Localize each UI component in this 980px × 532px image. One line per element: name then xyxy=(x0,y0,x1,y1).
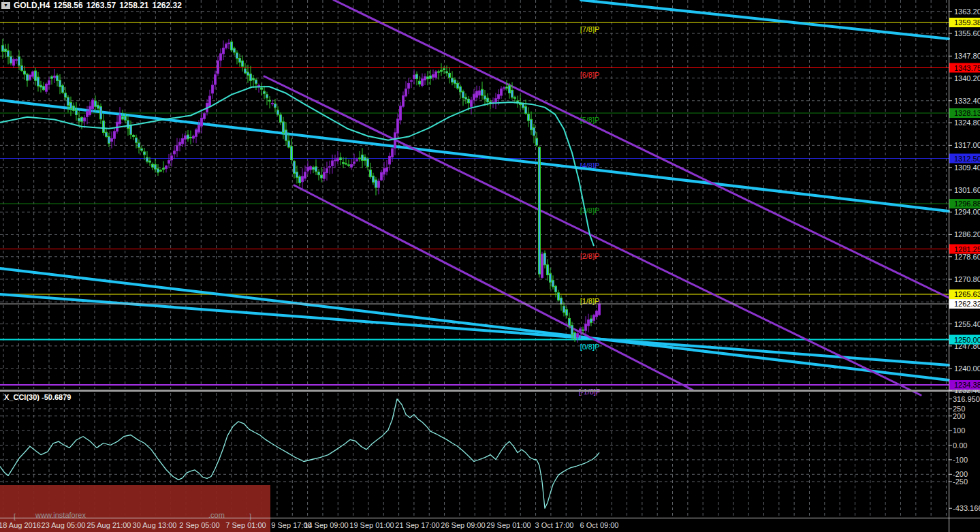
svg-text:18 Aug 2016: 18 Aug 2016 xyxy=(0,521,41,529)
svg-text:1309.40: 1309.40 xyxy=(954,163,980,172)
chart-canvas[interactable]: [7/8]P[6/8]P[5/8]P[4/8]P[3/8]P[2/8]P[1/8… xyxy=(0,0,980,532)
low-value: 1258.21 xyxy=(119,1,148,10)
svg-text:1332.40: 1332.40 xyxy=(954,97,980,105)
indicator-name-label: X_CCI(30) -50.6879 xyxy=(4,393,71,401)
svg-text:1278.60: 1278.60 xyxy=(954,253,980,261)
svg-text:14 Sep 09:00: 14 Sep 09:00 xyxy=(304,521,348,529)
svg-text:1343.75: 1343.75 xyxy=(954,64,980,72)
svg-text:1265.63: 1265.63 xyxy=(954,290,980,298)
svg-text:6 Oct 09:00: 6 Oct 09:00 xyxy=(580,521,619,529)
svg-text:[6/8]P: [6/8]P xyxy=(580,71,600,79)
dropdown-glyph: ▼ xyxy=(3,3,8,7)
svg-text:1234.38: 1234.38 xyxy=(954,381,980,389)
svg-text:26 Sep 09:00: 26 Sep 09:00 xyxy=(441,521,485,529)
svg-text:[2/8]P: [2/8]P xyxy=(580,252,600,260)
svg-text:0.00: 0.00 xyxy=(953,441,967,450)
svg-text:1250.00: 1250.00 xyxy=(954,336,980,344)
svg-text:200: 200 xyxy=(953,412,965,420)
svg-text:316.9504: 316.9504 xyxy=(953,395,980,403)
open-value: 1258.56 xyxy=(53,1,82,10)
svg-text:1324.80: 1324.80 xyxy=(954,119,980,127)
svg-text:1359.38: 1359.38 xyxy=(954,18,980,27)
close-value: 1262.32 xyxy=(153,1,182,10)
svg-text:1294.00: 1294.00 xyxy=(954,208,980,216)
svg-text:1347.80: 1347.80 xyxy=(954,52,980,60)
svg-text:[0/8]P: [0/8]P xyxy=(580,343,600,351)
svg-text:23 Aug 05:00: 23 Aug 05:00 xyxy=(42,521,86,529)
svg-text:-250: -250 xyxy=(953,478,968,486)
svg-text:2 Sep 05:00: 2 Sep 05:00 xyxy=(179,521,219,529)
svg-text:1286.20: 1286.20 xyxy=(954,230,980,238)
symbol-period-label: GOLD,H4 xyxy=(14,1,50,10)
svg-text:[3/8]P: [3/8]P xyxy=(580,206,600,215)
chart-dropdown-icon[interactable]: ▼ xyxy=(1,2,10,9)
mt4-chart-window: { "title_bar": { "dropdown_icon": "▼", "… xyxy=(0,0,980,532)
svg-text:1255.40: 1255.40 xyxy=(954,320,980,328)
svg-text:1363.20: 1363.20 xyxy=(954,7,980,16)
chart-ohlc-info: ▼ GOLD,H4 1258.56 1263.57 1258.21 1262.3… xyxy=(1,1,182,10)
svg-text:19 Sep 01:00: 19 Sep 01:00 xyxy=(349,521,394,529)
time-axis: 18 Aug 201623 Aug 05:0025 Aug 21:0030 Au… xyxy=(0,521,618,529)
svg-text:29 Sep 01:00: 29 Sep 01:00 xyxy=(486,521,531,529)
svg-text:1355.60: 1355.60 xyxy=(954,29,980,37)
svg-text:1312.50: 1312.50 xyxy=(954,155,980,163)
high-value: 1263.57 xyxy=(86,1,116,10)
svg-text:[: [ xyxy=(14,512,16,520)
svg-text:-433.1663: -433.1663 xyxy=(953,504,980,512)
svg-text:100: 100 xyxy=(953,426,965,435)
svg-text:25 Aug 21:00: 25 Aug 21:00 xyxy=(87,521,131,529)
svg-text:30 Aug 13:00: 30 Aug 13:00 xyxy=(133,521,177,529)
svg-text:1340.20: 1340.20 xyxy=(954,74,980,82)
svg-text:21 Sep 17:00: 21 Sep 17:00 xyxy=(395,521,439,529)
svg-text:1281.25: 1281.25 xyxy=(954,245,980,253)
svg-text:[7/8]P: [7/8]P xyxy=(580,25,600,33)
svg-text:3 Oct 17:00: 3 Oct 17:00 xyxy=(535,521,574,529)
svg-text:1240.00: 1240.00 xyxy=(954,364,980,373)
svg-text:1317.00: 1317.00 xyxy=(954,141,980,149)
svg-text:1296.88: 1296.88 xyxy=(954,200,980,208)
svg-text:]: ] xyxy=(249,512,251,520)
svg-text:1262.32: 1262.32 xyxy=(954,300,980,308)
chart-background xyxy=(0,0,980,532)
svg-text:1301.60: 1301.60 xyxy=(954,186,980,194)
svg-text:1270.80: 1270.80 xyxy=(954,275,980,283)
svg-text:7 Sep 01:00: 7 Sep 01:00 xyxy=(225,521,266,529)
svg-text:1328.13: 1328.13 xyxy=(954,109,980,117)
svg-text:-100: -100 xyxy=(953,456,968,464)
